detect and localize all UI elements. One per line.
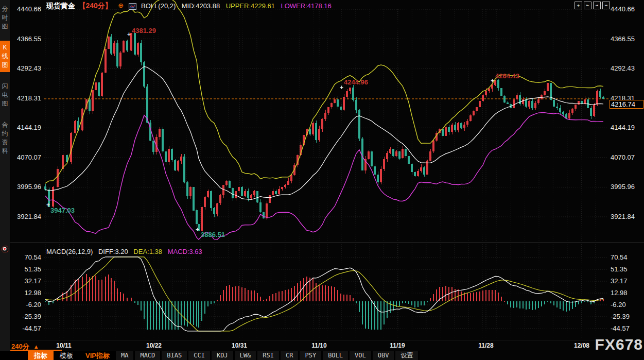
axis-label: 3921.84 — [9, 213, 41, 220]
axis-label: 12.98 — [611, 289, 628, 296]
date-label: 12/08 — [574, 342, 589, 349]
indicator-button-cci[interactable]: CCI — [188, 351, 210, 360]
indicator-button-ma[interactable]: MA — [116, 351, 133, 360]
indicator-button-obv[interactable]: OBV — [373, 351, 394, 360]
axis-label: -6.20 — [611, 301, 626, 308]
date-label: 11/28 — [478, 342, 493, 349]
axis-label: 4070.07 — [611, 154, 635, 161]
timeframe-underline — [7, 350, 62, 351]
extreme-marker-icon: + — [196, 227, 199, 232]
scale-left-icon[interactable]: ⇤ — [584, 2, 591, 9]
axis-label: 51.35 — [611, 266, 628, 272]
axis-label: -44.57 — [611, 325, 630, 332]
boll-mid-value: MID:4203.88 — [182, 2, 220, 10]
low-price-annotation: 3886.51 — [201, 231, 225, 238]
axis-label: 4144.19 — [9, 124, 41, 131]
date-label: 11/19 — [390, 342, 405, 349]
axis-label: 70.54 — [9, 254, 41, 261]
axis-label: -25.39 — [611, 313, 630, 320]
axis-label: 4292.43 — [9, 65, 41, 72]
timeframe-arrow-icon: ▲ — [33, 344, 39, 350]
trading-app: 分 时 图K 线 图闪 电 图合 约 资 料 现货黄金 【240分】 ⊕ BOL… — [0, 0, 644, 360]
toolbar-tab-1[interactable]: 模板 — [54, 351, 79, 360]
axis-label: 3921.84 — [611, 213, 635, 220]
symbol-name: 现货黄金 — [46, 2, 75, 10]
date-label: 10/31 — [232, 342, 247, 349]
axis-label: 4440.66 — [611, 6, 635, 12]
axis-label: 70.54 — [611, 254, 628, 261]
axis-label: 4070.07 — [9, 154, 41, 161]
extreme-marker-icon: + — [46, 202, 50, 208]
macd-bar-value: MACD:3.63 — [168, 248, 202, 255]
axis-label: 3995.96 — [611, 183, 635, 190]
indicator-button-psy[interactable]: PSY — [300, 351, 321, 360]
chart-canvas[interactable] — [0, 0, 644, 341]
high-price-annotation: 4244.96 — [344, 78, 368, 86]
boll-upper-value: UPPER:4229.61 — [226, 2, 275, 10]
x-axis: 240分▲ 10/1110/2210/3111/1011/1911/2812/0… — [0, 341, 644, 351]
axis-label: 12.98 — [9, 289, 41, 296]
extreme-marker-icon: + — [127, 32, 131, 37]
axis-label: 4366.55 — [9, 36, 41, 42]
low-price-annotation: 3947.03 — [50, 207, 75, 214]
high-price-annotation: 4381.29 — [132, 27, 156, 35]
toolbar-tab-2[interactable]: VIP指标 — [79, 351, 116, 360]
axis-label: 4440.66 — [9, 6, 41, 12]
axis-label: 32.17 — [611, 278, 628, 284]
add-indicator-icon[interactable]: ⊕ — [118, 2, 124, 10]
date-label: 10/22 — [146, 342, 162, 349]
axis-label: -44.57 — [9, 325, 41, 332]
sidebar-item-2[interactable]: 闪 电 图 — [0, 79, 10, 111]
macd-dea-value: DEA:1.38 — [133, 248, 162, 255]
axis-label: 4292.43 — [611, 65, 635, 72]
crosshair-move-icon[interactable]: + — [575, 2, 582, 9]
indicator-button-[interactable]: 设置 — [395, 351, 418, 360]
live-indicator-icon — [2, 246, 9, 253]
sidebar-item-1[interactable]: K 线 图 — [0, 41, 10, 72]
axis-label: 4366.55 — [611, 36, 635, 42]
axis-label: -25.39 — [9, 313, 41, 320]
window-toolbar: +⇤⇥↦ — [575, 2, 610, 9]
period-label: 【240分】 — [78, 2, 112, 10]
date-label: 11/10 — [311, 342, 326, 349]
toolbar-tab-0[interactable]: 指标 — [28, 351, 54, 360]
sidebar: 分 时 图K 线 图闪 电 图合 约 资 料 — [0, 0, 10, 351]
boll-formula: BOLL(20,2) — [141, 2, 176, 10]
axis-label: 51.35 — [9, 266, 41, 272]
sidebar-item-0[interactable]: 分 时 图 — [0, 2, 10, 33]
scale-right-icon[interactable]: ⇥ — [593, 2, 601, 9]
indicator-button-cr[interactable]: CR — [281, 351, 298, 360]
indicator-button-rsi[interactable]: RSI — [257, 351, 279, 360]
macd-formula: MACD(26,12,9) — [46, 248, 93, 255]
axis-label: 4144.19 — [611, 124, 635, 131]
indicator-button-macd[interactable]: MACD — [135, 351, 160, 360]
axis-label: 32.17 — [9, 278, 41, 284]
axis-label: 3995.96 — [9, 183, 41, 190]
current-price-tag: 4216.74 — [610, 100, 643, 109]
boll-lower-value: LOWER:4178.16 — [281, 2, 331, 10]
indicator-button-lw[interactable]: LW& — [235, 351, 256, 360]
bottom-toolbar: 指标模板VIP指标MAMACDBIASCCIKDJLW&RSICRPSYBOLL… — [0, 351, 420, 360]
indicator-button-vol[interactable]: VOL — [350, 351, 371, 360]
indicator-button-boll[interactable]: BOLL — [323, 351, 348, 360]
kline-chart-icon[interactable] — [129, 3, 136, 9]
chart-header: 现货黄金 【240分】 ⊕ BOLL(20,2) MID:4203.88 UPP… — [46, 2, 335, 10]
shift-right-icon[interactable]: ↦ — [602, 2, 610, 9]
sidebar-item-3[interactable]: 合 约 资 料 — [0, 118, 10, 158]
macd-diff-value: DIFF:3.20 — [98, 248, 128, 255]
axis-label: -6.20 — [9, 301, 41, 308]
extreme-marker-icon: + — [340, 85, 343, 90]
extreme-marker-icon: + — [491, 78, 494, 83]
indicator-button-bias[interactable]: BIAS — [162, 351, 187, 360]
high-price-annotation: 4264.43 — [495, 72, 519, 80]
macd-header: MACD(26,12,9) DIFF:3.20 DEA:1.38 MACD:3.… — [46, 248, 206, 255]
date-label: 10/11 — [56, 342, 71, 349]
indicator-button-kdj[interactable]: KDJ — [212, 351, 233, 360]
axis-label: 4218.31 — [9, 95, 41, 101]
timeframe-label: 240分 — [11, 342, 29, 350]
